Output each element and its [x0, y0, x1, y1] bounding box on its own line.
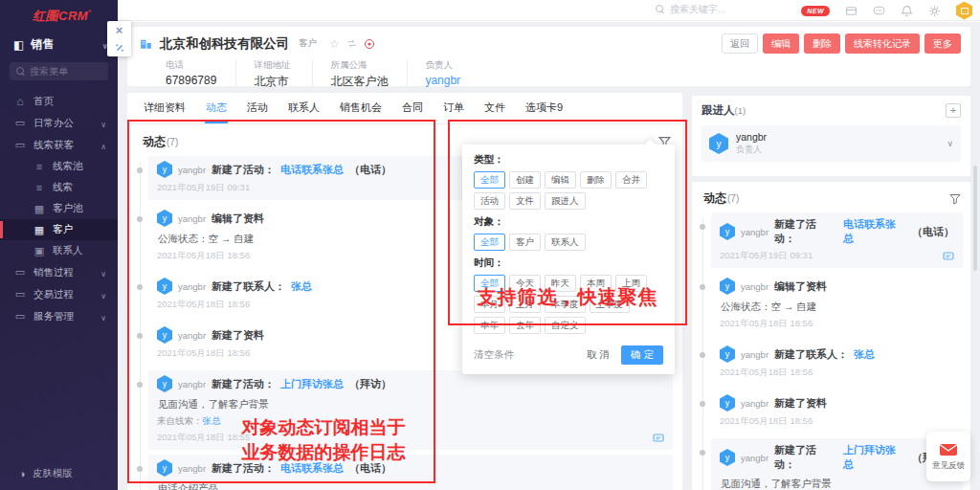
filter-chip[interactable]: 本周 [580, 275, 612, 292]
tab[interactable]: 联系人 [287, 93, 321, 123]
tab[interactable]: 销售机会 [339, 93, 383, 123]
add-follower-button[interactable]: + [946, 103, 961, 118]
filter-chip[interactable]: 客户 [509, 234, 541, 251]
filter-chip[interactable]: 自定义 [545, 317, 586, 334]
filter-chip[interactable]: 全部 [474, 171, 505, 189]
entry-user[interactable]: yangbr [178, 330, 206, 341]
sidebar-item[interactable]: 联系人 [0, 240, 118, 261]
calendar-card-icon[interactable] [845, 5, 858, 17]
sidebar-item[interactable]: 线索 [0, 177, 118, 198]
scrollbar[interactable] [973, 166, 977, 271]
follower-row[interactable]: y yangbr 负责人 ∨ [702, 125, 961, 162]
filter-chip[interactable]: 上月 [509, 296, 541, 313]
entry-avatar[interactable]: y [157, 459, 172, 477]
filter-chip[interactable]: 今天 [509, 275, 541, 292]
entry-link[interactable]: 电话联系张总 [280, 461, 344, 476]
filter-chip[interactable]: 本月 [474, 296, 505, 313]
tab[interactable]: 合同 [401, 93, 424, 123]
sidebar-search-input[interactable] [30, 66, 106, 77]
filter-chip[interactable]: 上季度 [590, 296, 631, 313]
tab[interactable]: 订单 [442, 93, 465, 123]
entry-avatar[interactable]: y [720, 449, 735, 466]
entry-user[interactable]: yangbr [178, 463, 206, 474]
sidebar-item[interactable]: 首页 [0, 90, 118, 112]
action-button[interactable]: 更多 [924, 33, 961, 54]
entry-avatar[interactable]: y [157, 326, 172, 344]
global-search[interactable] [656, 4, 785, 14]
entry-avatar[interactable]: y [157, 210, 172, 227]
workspace-switcher[interactable]: 销售 [0, 31, 118, 60]
filter-chip[interactable]: 联系人 [545, 234, 586, 251]
entry-user[interactable]: yangbr [741, 453, 768, 463]
filter-chip[interactable]: 全部 [474, 234, 505, 251]
filter-chip[interactable]: 昨天 [545, 275, 576, 292]
entry-user[interactable]: yangbr [178, 379, 206, 390]
entry-user[interactable]: yangbr [741, 398, 768, 409]
sidebar-item[interactable]: 销售过程 [0, 261, 118, 283]
action-button[interactable]: 删除 [804, 33, 840, 54]
sidebar-search[interactable] [10, 62, 108, 80]
filter-chip[interactable]: 去年 [509, 317, 541, 334]
entry-avatar[interactable]: y [720, 278, 735, 295]
action-button[interactable]: 线索转化记录 [845, 33, 920, 54]
entry-link[interactable]: 电话联系张总 [843, 217, 906, 246]
global-search-input[interactable] [670, 4, 785, 14]
clear-conditions-button[interactable]: 清空条件 [474, 348, 514, 362]
filter-chip[interactable]: 删除 [580, 171, 612, 189]
tab[interactable]: 选项卡9 [524, 93, 564, 123]
close-icon[interactable]: × [116, 24, 123, 36]
notifications-bell-icon[interactable] [901, 5, 913, 17]
sidebar-item[interactable]: 日常办公 [0, 112, 118, 134]
transfer-icon[interactable] [346, 38, 357, 49]
comment-icon[interactable] [943, 251, 954, 262]
entry-link[interactable]: 上门拜访张总 [843, 443, 906, 472]
filter-chip[interactable]: 上周 [615, 275, 647, 292]
entry-link[interactable]: 电话联系张总 [280, 163, 344, 177]
entry-avatar[interactable]: y [157, 161, 172, 178]
filter-chip[interactable]: 编辑 [545, 171, 576, 189]
entry-avatar[interactable]: y [157, 278, 172, 295]
entry-link[interactable]: 张总 [291, 279, 312, 294]
entry-user[interactable]: yangbr [741, 281, 768, 292]
filter-chip[interactable]: 创建 [509, 171, 541, 189]
skin-template-button[interactable]: 皮肤模版 [0, 467, 118, 480]
filter-chip[interactable]: 跟进人 [545, 192, 586, 210]
entry-user[interactable]: yangbr [178, 213, 206, 224]
filter-chip[interactable]: 合并 [615, 171, 647, 189]
star-icon[interactable]: ☆ [329, 37, 340, 51]
filter-chip[interactable]: 活动 [474, 192, 505, 210]
sidebar-item[interactable]: 客户池 [0, 198, 118, 219]
filter-chip[interactable]: 本年 [474, 317, 505, 334]
confirm-button[interactable]: 确 定 [621, 345, 663, 365]
entry-avatar[interactable]: y [720, 345, 735, 363]
sidebar-item[interactable]: 客户 [0, 219, 118, 240]
tab[interactable]: 详细资料 [143, 93, 187, 123]
tab[interactable]: 动态 [205, 93, 228, 123]
entry-user[interactable]: yangbr [178, 165, 206, 175]
entry-avatar[interactable]: y [157, 375, 172, 392]
resize-diagonal-icon[interactable] [114, 42, 125, 54]
entry-source-link[interactable]: 张总 [203, 415, 221, 426]
user-avatar[interactable] [956, 2, 972, 20]
tab[interactable]: 文件 [483, 93, 506, 123]
sidebar-item[interactable]: 线索获客 [0, 134, 118, 156]
sidebar-item[interactable]: 线索池 [0, 156, 118, 177]
chevron-down-icon[interactable]: ∨ [947, 139, 953, 148]
filter-chip[interactable]: 全部 [474, 275, 505, 292]
entry-link[interactable]: 上门拜访张总 [280, 377, 344, 391]
seal-icon[interactable] [364, 38, 375, 50]
filter-chip[interactable]: 本季度 [545, 296, 586, 313]
sidebar-item[interactable]: 交易过程 [0, 283, 118, 305]
entry-user[interactable]: yangbr [741, 349, 768, 360]
action-button[interactable]: 编辑 [763, 33, 799, 54]
entry-user[interactable]: yangbr [741, 227, 768, 237]
filter-chip[interactable]: 文件 [509, 192, 541, 210]
entry-user[interactable]: yangbr [178, 281, 206, 292]
entry-avatar[interactable]: y [720, 394, 735, 412]
back-button[interactable]: 返回 [722, 33, 758, 54]
entry-link[interactable]: 张总 [854, 347, 875, 362]
feedback-button[interactable]: 意见反馈 [926, 432, 970, 481]
tab[interactable]: 活动 [246, 93, 269, 123]
settings-gear-icon[interactable] [928, 5, 941, 17]
filter-funnel-icon[interactable] [949, 193, 961, 205]
